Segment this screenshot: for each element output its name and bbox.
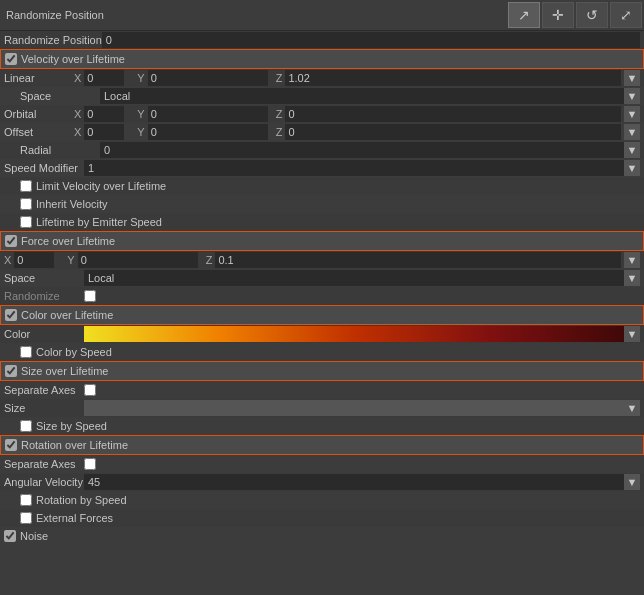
inherit-velocity-checkbox[interactable] bbox=[20, 198, 32, 210]
color-by-speed-label: Color by Speed bbox=[36, 346, 112, 358]
speed-modifier-dropdown-arrow[interactable]: ▼ bbox=[624, 160, 640, 176]
rotation-header-label: Rotation over Lifetime bbox=[21, 439, 128, 451]
rotation-by-speed-checkbox[interactable] bbox=[20, 494, 32, 506]
force-randomize-checkbox[interactable] bbox=[84, 290, 96, 302]
size-by-speed-label: Size by Speed bbox=[36, 420, 107, 432]
color-bar bbox=[84, 326, 624, 342]
linear-label: Linear bbox=[4, 72, 74, 84]
size-separate-axes-checkbox[interactable] bbox=[84, 384, 96, 396]
rotate-button[interactable]: ↺ bbox=[576, 2, 608, 28]
external-forces-row: External Forces bbox=[0, 509, 644, 527]
noise-checkbox[interactable] bbox=[4, 530, 16, 542]
force-space-label: Space bbox=[4, 272, 84, 284]
orbital-y-label: Y bbox=[137, 108, 144, 120]
rotation-separate-axes-label: Separate Axes bbox=[4, 458, 84, 470]
force-x-input[interactable] bbox=[14, 252, 54, 268]
limit-velocity-checkbox[interactable] bbox=[20, 180, 32, 192]
orbital-z-dropdown[interactable]: ▼ bbox=[624, 106, 640, 122]
speed-modifier-label: Speed Modifier bbox=[4, 162, 84, 174]
offset-z-input[interactable] bbox=[285, 124, 621, 140]
color-by-speed-checkbox[interactable] bbox=[20, 346, 32, 358]
randomize-position-label: Randomize Position bbox=[6, 9, 104, 21]
randomize-position-label2: Randomize Position bbox=[4, 34, 102, 46]
color-dropdown-arrow[interactable]: ▼ bbox=[624, 326, 640, 342]
size-by-speed-checkbox[interactable] bbox=[20, 420, 32, 432]
linear-z-label: Z bbox=[276, 72, 283, 84]
move-button[interactable]: ↗ bbox=[508, 2, 540, 28]
orbital-fields: X Y Z ▼ bbox=[74, 106, 640, 122]
size-checkbox[interactable] bbox=[5, 365, 17, 377]
randomize-position-row: Randomize Position 0 bbox=[0, 31, 644, 49]
velocity-checkbox[interactable] bbox=[5, 53, 17, 65]
offset-fields: X Y Z ▼ bbox=[74, 124, 640, 140]
force-fields: X Y Z ▼ bbox=[4, 252, 640, 268]
force-space-value: Local bbox=[84, 272, 624, 284]
color-checkbox[interactable] bbox=[5, 309, 17, 321]
transform-button[interactable]: ✛ bbox=[542, 2, 574, 28]
size-separate-axes-label: Separate Axes bbox=[4, 384, 84, 396]
force-xyz-row: X Y Z ▼ bbox=[0, 251, 644, 269]
size-dropdown-arrow[interactable]: ▼ bbox=[624, 400, 640, 416]
force-checkbox[interactable] bbox=[5, 235, 17, 247]
linear-z-dropdown[interactable]: ▼ bbox=[624, 70, 640, 86]
external-forces-label: External Forces bbox=[36, 512, 113, 524]
force-space-row: Space Local ▼ bbox=[0, 269, 644, 287]
external-forces-checkbox[interactable] bbox=[20, 512, 32, 524]
size-over-lifetime-header: Size over Lifetime bbox=[0, 361, 644, 381]
space-dropdown-arrow[interactable]: ▼ bbox=[624, 88, 640, 104]
force-x-label: X bbox=[4, 254, 11, 266]
force-z-dropdown[interactable]: ▼ bbox=[624, 252, 640, 268]
color-over-lifetime-header: Color over Lifetime bbox=[0, 305, 644, 325]
rotation-checkbox[interactable] bbox=[5, 439, 17, 451]
panel: Randomize Position ↗ ✛ ↺ ⤢ Randomize Pos… bbox=[0, 0, 644, 545]
speed-modifier-value: 1 bbox=[84, 162, 624, 174]
offset-z-label: Z bbox=[276, 126, 283, 138]
offset-row: Offset X Y Z ▼ bbox=[0, 123, 644, 141]
force-y-label: Y bbox=[67, 254, 74, 266]
velocity-header-label: Velocity over Lifetime bbox=[21, 53, 125, 65]
size-separate-axes-row: Separate Axes bbox=[0, 381, 644, 399]
orbital-x-label: X bbox=[74, 108, 81, 120]
force-header-label: Force over Lifetime bbox=[21, 235, 115, 247]
force-z-input[interactable] bbox=[215, 252, 621, 268]
force-z-label: Z bbox=[206, 254, 213, 266]
angular-velocity-value: 45 bbox=[84, 476, 624, 488]
orbital-z-label: Z bbox=[276, 108, 283, 120]
size-by-speed-row: Size by Speed bbox=[0, 417, 644, 435]
linear-x-input[interactable] bbox=[84, 70, 124, 86]
randomize-position-value: 0 bbox=[102, 32, 640, 48]
angular-velocity-dropdown[interactable]: ▼ bbox=[624, 474, 640, 490]
orbital-label: Orbital bbox=[4, 108, 74, 120]
offset-x-input[interactable] bbox=[84, 124, 124, 140]
offset-z-dropdown[interactable]: ▼ bbox=[624, 124, 640, 140]
lifetime-emitter-label: Lifetime by Emitter Speed bbox=[36, 216, 162, 228]
speed-modifier-row: Speed Modifier 1 ▼ bbox=[0, 159, 644, 177]
linear-fields: X Y Z ▼ bbox=[74, 70, 640, 86]
velocity-over-lifetime-header: Velocity over Lifetime bbox=[0, 49, 644, 69]
linear-z-input[interactable] bbox=[285, 70, 621, 86]
angular-velocity-row: Angular Velocity 45 ▼ bbox=[0, 473, 644, 491]
force-y-input[interactable] bbox=[78, 252, 198, 268]
lifetime-emitter-row: Lifetime by Emitter Speed bbox=[0, 213, 644, 231]
radial-dropdown-arrow[interactable]: ▼ bbox=[624, 142, 640, 158]
lifetime-emitter-checkbox[interactable] bbox=[20, 216, 32, 228]
rotation-separate-axes-checkbox[interactable] bbox=[84, 458, 96, 470]
limit-velocity-label: Limit Velocity over Lifetime bbox=[36, 180, 166, 192]
color-bar-container[interactable]: ▼ bbox=[84, 326, 640, 342]
space-label: Space bbox=[20, 90, 100, 102]
scale-button[interactable]: ⤢ bbox=[610, 2, 642, 28]
size-slider-fill bbox=[84, 400, 624, 416]
force-randomize-row: Randomize bbox=[0, 287, 644, 305]
orbital-z-input[interactable] bbox=[285, 106, 621, 122]
offset-y-input[interactable] bbox=[148, 124, 268, 140]
space-row: Space Local ▼ bbox=[0, 87, 644, 105]
color-row: Color ▼ bbox=[0, 325, 644, 343]
color-label: Color bbox=[4, 328, 84, 340]
angular-velocity-label: Angular Velocity bbox=[4, 476, 84, 488]
orbital-y-input[interactable] bbox=[148, 106, 268, 122]
linear-y-input[interactable] bbox=[148, 70, 268, 86]
size-header-label: Size over Lifetime bbox=[21, 365, 108, 377]
force-space-dropdown[interactable]: ▼ bbox=[624, 270, 640, 286]
orbital-x-input[interactable] bbox=[84, 106, 124, 122]
noise-label: Noise bbox=[20, 530, 48, 542]
